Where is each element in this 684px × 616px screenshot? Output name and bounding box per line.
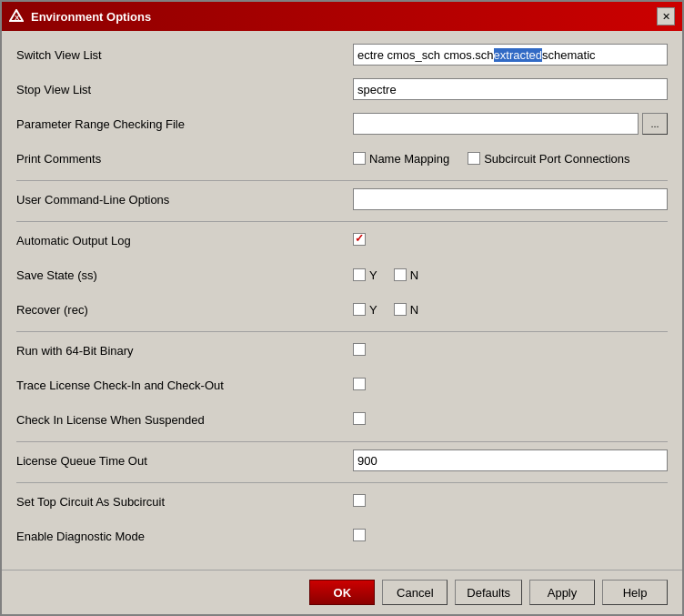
recover-control: Y N [353, 303, 668, 317]
divider-5 [16, 482, 668, 483]
stop-view-list-input[interactable] [353, 78, 668, 100]
title-bar: X Environment Options ✕ [2, 2, 682, 31]
switch-view-list-control: ectre cmos_sch cmos.sch extracted schema… [353, 44, 668, 66]
switch-view-prefix: ectre cmos_sch cmos.sch [357, 48, 494, 62]
license-queue-row: License Queue Time Out [16, 448, 668, 473]
save-state-n-checkbox[interactable] [394, 268, 407, 281]
switch-view-list-input[interactable]: ectre cmos_sch cmos.sch extracted schema… [353, 44, 668, 66]
switch-view-suffix: schematic [542, 48, 596, 62]
stop-view-list-control [353, 78, 668, 100]
run-64bit-label: Run with 64-Bit Binary [16, 344, 353, 358]
trace-license-checkbox[interactable] [353, 378, 366, 390]
set-top-circuit-row: Set Top Circuit As Subcircuit [16, 489, 668, 514]
switch-view-list-row: Switch View List ectre cmos_sch cmos.sch… [16, 42, 668, 67]
trace-license-label: Trace License Check-In and Check-Out [16, 379, 353, 392]
auto-output-log-row: Automatic Output Log [16, 227, 668, 253]
auto-output-log-control [353, 233, 668, 248]
run-64bit-control [353, 343, 668, 358]
recover-y-checkbox[interactable] [353, 303, 366, 316]
dialog-footer: OK Cancel Defaults Apply Help [2, 570, 682, 614]
parameter-range-label: Parameter Range Checking File [16, 117, 353, 131]
divider-1 [16, 180, 668, 181]
save-state-label: Save State (ss) [16, 268, 353, 282]
parameter-range-row: Parameter Range Checking File ... [16, 111, 668, 136]
dialog-content: Switch View List ectre cmos_sch cmos.sch… [2, 31, 682, 570]
auto-output-log-checkbox[interactable] [353, 233, 366, 246]
save-state-n-label: N [394, 268, 418, 282]
divider-4 [16, 441, 668, 442]
checkin-license-control [353, 412, 668, 428]
set-top-circuit-checkbox[interactable] [353, 494, 366, 507]
recover-n-checkbox[interactable] [394, 303, 407, 316]
name-mapping-text: Name Mapping [369, 152, 449, 166]
user-command-input[interactable] [353, 188, 668, 210]
name-mapping-label: Name Mapping [353, 152, 449, 166]
run-64bit-checkbox[interactable] [353, 343, 366, 356]
browse-button[interactable]: ... [642, 113, 668, 135]
help-button[interactable]: Help [602, 580, 668, 605]
save-state-n-text: N [410, 268, 418, 282]
run-64bit-row: Run with 64-Bit Binary [16, 338, 668, 363]
environment-options-dialog: X Environment Options ✕ Switch View List… [0, 0, 684, 616]
user-command-control [353, 188, 668, 210]
save-state-row: Save State (ss) Y N [16, 262, 668, 288]
user-command-label: User Command-Line Options [16, 193, 353, 207]
recover-n-label: N [394, 303, 418, 317]
recover-label: Recover (rec) [16, 303, 353, 317]
switch-view-highlighted: extracted [494, 48, 542, 62]
apply-button[interactable]: Apply [529, 580, 595, 605]
subcircuit-port-checkbox[interactable] [468, 152, 480, 165]
enable-diagnostic-row: Enable Diagnostic Mode [16, 523, 668, 549]
title-bar-left: X Environment Options [9, 9, 151, 24]
subcircuit-port-text: Subcircuit Port Connections [484, 152, 629, 166]
ok-button[interactable]: OK [309, 580, 375, 605]
license-queue-control [353, 449, 668, 471]
print-comments-row: Print Comments Name Mapping Subcircuit P… [16, 146, 668, 171]
enable-diagnostic-control [353, 529, 668, 544]
print-comments-label: Print Comments [16, 152, 353, 166]
divider-3 [16, 331, 668, 332]
auto-output-log-label: Automatic Output Log [16, 234, 353, 247]
svg-text:X: X [15, 14, 20, 22]
enable-diagnostic-label: Enable Diagnostic Mode [16, 530, 353, 543]
license-queue-input[interactable] [353, 449, 668, 471]
checkin-license-row: Check In License When Suspended [16, 407, 668, 432]
stop-view-list-row: Stop View List [16, 76, 668, 102]
divider-2 [16, 221, 668, 222]
parameter-range-control: ... [353, 113, 668, 135]
name-mapping-checkbox[interactable] [353, 152, 366, 165]
checkin-license-label: Check In License When Suspended [16, 413, 353, 427]
stop-view-list-label: Stop View List [16, 83, 353, 96]
recover-y-label: Y [353, 303, 377, 317]
set-top-circuit-control [353, 494, 668, 510]
save-state-control: Y N [353, 268, 668, 282]
parameter-range-input[interactable] [353, 113, 639, 135]
recover-y-text: Y [369, 303, 377, 317]
recover-n-text: N [410, 303, 418, 317]
save-state-y-text: Y [369, 268, 377, 282]
save-state-y-checkbox[interactable] [353, 268, 366, 281]
trace-license-control [353, 378, 668, 393]
enable-diagnostic-checkbox[interactable] [353, 529, 366, 541]
save-state-y-label: Y [353, 268, 377, 282]
app-icon: X [9, 9, 24, 24]
print-comments-control: Name Mapping Subcircuit Port Connections [353, 152, 668, 166]
close-button[interactable]: ✕ [657, 7, 675, 25]
recover-row: Recover (rec) Y N [16, 297, 668, 322]
set-top-circuit-label: Set Top Circuit As Subcircuit [16, 495, 353, 509]
license-queue-label: License Queue Time Out [16, 454, 353, 468]
subcircuit-port-label: Subcircuit Port Connections [468, 152, 629, 166]
cancel-button[interactable]: Cancel [382, 580, 448, 605]
defaults-button[interactable]: Defaults [455, 580, 522, 605]
checkin-license-checkbox[interactable] [353, 412, 366, 425]
user-command-row: User Command-Line Options [16, 187, 668, 212]
dialog-title: Environment Options [31, 10, 151, 24]
trace-license-row: Trace License Check-In and Check-Out [16, 372, 668, 398]
switch-view-list-label: Switch View List [16, 48, 353, 62]
